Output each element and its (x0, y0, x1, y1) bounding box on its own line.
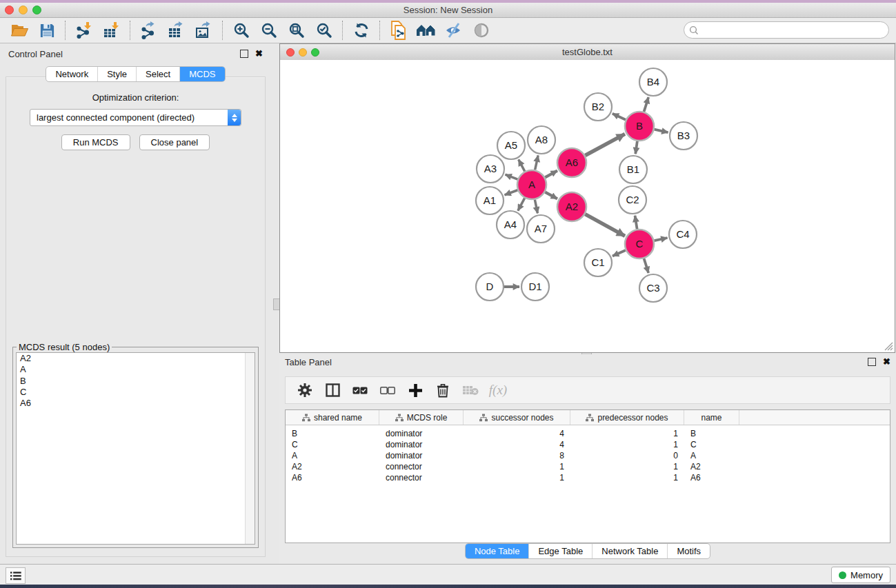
zoom-selected-button[interactable] (310, 19, 338, 41)
select-all-button[interactable] (348, 379, 372, 401)
graph-node-B4[interactable]: B4 (639, 68, 667, 96)
column-header-mcds-role[interactable]: MCDS role (379, 410, 464, 425)
graph-node-A1[interactable]: A1 (476, 187, 504, 214)
graph-node-C[interactable]: C (625, 230, 654, 258)
graph-node-A5[interactable]: A5 (497, 132, 525, 159)
export-table-button[interactable] (163, 19, 190, 41)
table-row[interactable]: Bdominator41B (286, 428, 890, 439)
refresh-button[interactable] (348, 19, 375, 41)
table-row[interactable]: Cdominator41C (286, 439, 890, 450)
graph-edge-A-A1[interactable] (505, 190, 518, 195)
graph-edge-A-A3[interactable] (505, 174, 517, 179)
tab-mcds[interactable]: MCDS (179, 67, 224, 81)
criterion-dropdown[interactable]: largest connected component (directed) (30, 109, 241, 126)
graph-edge-C-C2[interactable] (635, 216, 637, 230)
graph-edge-A-A4[interactable] (518, 198, 525, 210)
import-network-button[interactable] (70, 19, 98, 41)
graph-edge-C-C1[interactable] (613, 250, 626, 256)
open-session-button[interactable] (6, 19, 33, 41)
graph-node-A3[interactable]: A3 (477, 155, 504, 183)
graph-edge-B-B2[interactable] (613, 114, 626, 120)
graph-node-C2[interactable]: C2 (619, 186, 646, 214)
column-header-predecessor-nodes[interactable]: predecessor nodes (570, 410, 684, 425)
table-settings-button[interactable] (292, 379, 317, 401)
tab-node-table[interactable]: Node Table (466, 544, 529, 558)
graph-edge-A2-C[interactable] (585, 214, 625, 236)
table-row[interactable]: Adominator80A (286, 450, 890, 461)
duplicate-network-button[interactable] (385, 19, 412, 41)
graph-edge-A6-B[interactable] (585, 134, 625, 155)
graph-node-A[interactable]: A (517, 170, 546, 199)
tab-motifs[interactable]: Motifs (667, 544, 710, 558)
resize-grip-icon[interactable] (884, 342, 893, 351)
home-button[interactable] (412, 19, 440, 41)
close-panel-button[interactable]: Close panel (139, 134, 210, 150)
add-button[interactable] (403, 379, 428, 401)
import-table-button[interactable] (98, 19, 126, 41)
toggle-columns-button[interactable] (320, 379, 345, 401)
tab-network-table[interactable]: Network Table (592, 544, 667, 558)
graph-edge-A-A8[interactable] (535, 155, 539, 170)
result-list-scrollbar[interactable] (245, 353, 255, 544)
graph-edge-A-A6[interactable] (545, 171, 557, 178)
graph-node-C4[interactable]: C4 (669, 221, 697, 248)
list-item[interactable]: A2 (17, 353, 255, 364)
zoom-fit-button[interactable] (283, 19, 310, 41)
zoom-in-button[interactable] (228, 19, 255, 41)
mcds-result-list[interactable]: A2ABCA6 (16, 352, 255, 545)
search-field[interactable] (684, 21, 889, 39)
graph-node-C1[interactable]: C1 (584, 249, 612, 276)
float-panel-icon[interactable] (868, 358, 876, 366)
tab-network[interactable]: Network (46, 67, 97, 81)
function-builder-button[interactable]: f(x) (486, 379, 510, 401)
task-history-button[interactable] (6, 567, 26, 584)
column-header-name[interactable]: name (684, 410, 739, 425)
memory-button[interactable]: Memory (831, 567, 890, 583)
show-graphics-details-button[interactable] (468, 19, 495, 41)
zoom-out-button[interactable] (255, 19, 283, 41)
column-header-shared-name[interactable]: shared name (286, 410, 379, 425)
save-session-button[interactable] (33, 19, 61, 41)
tab-style[interactable]: Style (97, 67, 136, 81)
graph-node-B3[interactable]: B3 (670, 122, 697, 150)
graph-edge-B-B4[interactable] (644, 97, 649, 112)
graph-node-B1[interactable]: B1 (619, 156, 647, 183)
tab-select[interactable]: Select (136, 67, 179, 81)
tab-edge-table[interactable]: Edge Table (528, 544, 592, 558)
hide-panels-button[interactable] (440, 19, 468, 41)
close-panel-icon[interactable]: ✖ (883, 358, 890, 365)
graph-node-A6[interactable]: A6 (557, 148, 586, 177)
graph-node-D1[interactable]: D1 (521, 273, 549, 301)
graph-node-D[interactable]: D (476, 273, 504, 301)
list-item[interactable]: A6 (17, 398, 255, 409)
graph-edge-A-A5[interactable] (519, 159, 525, 171)
export-image-button[interactable] (190, 19, 218, 41)
search-input[interactable] (699, 23, 883, 37)
graph-node-A4[interactable]: A4 (497, 211, 524, 239)
list-item[interactable]: B (17, 376, 255, 387)
table-row[interactable]: A6connector11A6 (286, 472, 890, 483)
graph-edge-B-B1[interactable] (635, 141, 637, 154)
graph-edge-C-C3[interactable] (644, 258, 649, 273)
close-panel-icon[interactable]: ✖ (255, 50, 263, 57)
column-header-successor-nodes[interactable]: successor nodes (464, 410, 570, 425)
graph-node-A8[interactable]: A8 (528, 126, 555, 154)
graph-node-C3[interactable]: C3 (639, 274, 667, 302)
list-item[interactable]: C (17, 387, 255, 398)
list-item[interactable]: A (17, 364, 255, 375)
delete-selected-button[interactable] (430, 379, 455, 401)
graph-node-A7[interactable]: A7 (527, 215, 555, 243)
deselect-all-button[interactable] (375, 379, 400, 401)
export-network-button[interactable] (135, 19, 163, 41)
network-canvas[interactable]: B4B2BB3B1A5A8A6A3AA1C2A2A4A7CC4C1C3DD1 (280, 60, 895, 352)
graph-edge-C-C4[interactable] (654, 238, 667, 241)
delete-table-button[interactable] (458, 379, 483, 401)
graph-node-B2[interactable]: B2 (584, 93, 612, 121)
run-mcds-button[interactable]: Run MCDS (61, 134, 130, 150)
graph-node-A2[interactable]: A2 (557, 192, 586, 221)
graph-edge-A-A7[interactable] (535, 200, 537, 214)
graph-node-B[interactable]: B (625, 112, 654, 141)
graph-edge-B-B3[interactable] (654, 130, 668, 132)
table-row[interactable]: A2connector11A2 (286, 461, 890, 472)
float-panel-icon[interactable] (240, 50, 248, 58)
